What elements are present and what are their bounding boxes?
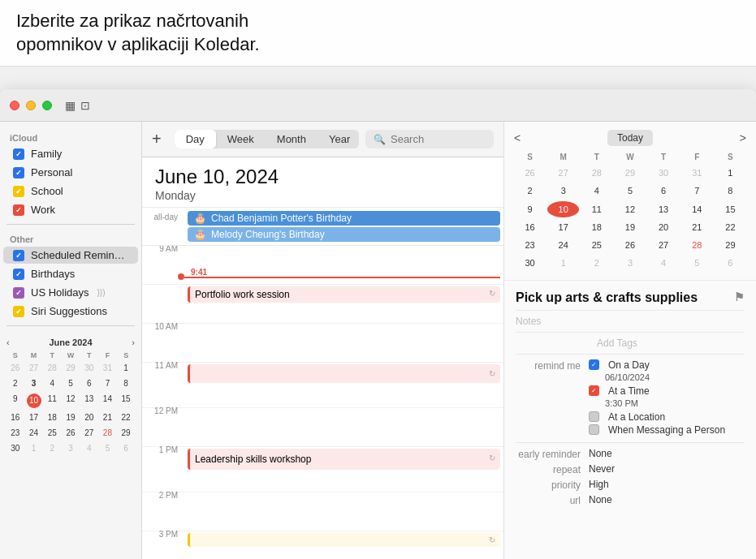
mini-cal-day[interactable]: 25 (43, 426, 61, 441)
search-input[interactable] (391, 133, 486, 145)
right-cal-day[interactable]: 30 (648, 165, 680, 181)
right-cal-day[interactable]: 6 (715, 255, 746, 271)
sidebar-item-personal[interactable]: ✓ Personal (3, 164, 138, 181)
scheduled-checkbox[interactable]: ✓ (13, 250, 24, 261)
sidebar-item-usholidays[interactable]: ✓ US Holidays ))) (3, 284, 138, 301)
mini-cal-day[interactable]: 30 (6, 441, 24, 456)
right-cal-day[interactable]: 5 (681, 255, 713, 271)
view-month-button[interactable]: Month (266, 130, 318, 148)
mini-cal-day[interactable]: 13 (80, 392, 98, 410)
maximize-button[interactable] (42, 101, 52, 110)
mini-cal-day[interactable]: 11 (43, 392, 61, 410)
flag-icon[interactable]: ⚑ (734, 290, 745, 303)
calendar-icon[interactable]: ▦ (65, 99, 76, 112)
add-event-button[interactable]: + (152, 130, 162, 148)
at-a-time-checkbox[interactable]: ✓ (589, 385, 599, 396)
repeat-value[interactable]: Never (589, 463, 745, 475)
mini-cal-day[interactable]: 16 (6, 411, 24, 425)
sidebar-item-family[interactable]: ✓ Family (3, 145, 138, 162)
right-cal-day[interactable]: 31 (681, 165, 713, 181)
when-messaging-checkbox[interactable] (589, 424, 599, 435)
mini-cal-next[interactable]: › (132, 338, 135, 347)
mini-cal-day[interactable]: 4 (80, 441, 98, 456)
right-cal-day[interactable]: 6 (648, 183, 680, 199)
right-cal-day[interactable]: 1 (547, 255, 579, 271)
mini-cal-day[interactable]: 1 (25, 441, 43, 456)
on-a-day-checkbox[interactable]: ✓ (589, 359, 599, 370)
calendar-event-leadership[interactable]: ↻ (188, 364, 500, 383)
early-reminder-value[interactable]: None (589, 448, 745, 459)
right-cal-day[interactable]: 30 (514, 255, 546, 271)
sidebar-item-school[interactable]: ✓ School (3, 183, 138, 200)
priority-value[interactable]: High (589, 479, 745, 490)
right-cal-day[interactable]: 14 (681, 201, 713, 217)
right-cal-day[interactable]: 7 (681, 183, 713, 199)
right-cal-day[interactable]: 26 (614, 237, 646, 253)
sidebar-item-siri[interactable]: ✓ Siri Suggestions (3, 303, 138, 320)
inbox-icon[interactable]: ⊡ (80, 99, 90, 112)
right-cal-day[interactable]: 19 (614, 219, 646, 235)
mini-cal-day[interactable]: 26 (6, 361, 24, 376)
school-checkbox[interactable]: ✓ (13, 186, 24, 197)
work-checkbox[interactable]: ✓ (13, 204, 24, 216)
right-cal-day[interactable]: 3 (547, 183, 579, 199)
right-cal-day[interactable]: 18 (581, 219, 612, 235)
mini-cal-day[interactable]: 5 (99, 441, 117, 456)
minimize-button[interactable] (26, 101, 36, 110)
sidebar-item-birthdays[interactable]: ✓ Birthdays (3, 265, 138, 282)
right-cal-day[interactable]: 22 (715, 219, 746, 235)
right-cal-day[interactable]: 16 (514, 219, 546, 235)
mini-cal-day[interactable]: 26 (62, 426, 80, 441)
birthdays-checkbox[interactable]: ✓ (13, 269, 24, 280)
right-cal-day[interactable]: 1 (715, 165, 746, 181)
usholidays-checkbox[interactable]: ✓ (13, 287, 24, 299)
mini-cal-day[interactable]: 6 (80, 376, 98, 391)
at-a-location-checkbox[interactable] (589, 411, 599, 422)
right-cal-day[interactable]: 3 (614, 255, 646, 271)
right-cal-day[interactable]: 20 (648, 219, 680, 235)
sidebar-item-work[interactable]: ✓ Work (3, 201, 138, 218)
mini-cal-day[interactable]: 27 (80, 426, 98, 441)
mini-cal-day[interactable]: 2 (43, 441, 61, 456)
mini-cal-day[interactable]: 27 (25, 361, 43, 376)
right-cal-day[interactable]: 13 (648, 201, 680, 217)
right-cal-day[interactable]: 29 (614, 165, 646, 181)
right-cal-day[interactable]: 26 (514, 165, 546, 181)
all-day-event-0[interactable]: 🎂 Chad Benjamin Potter's Birthday (188, 211, 500, 226)
right-cal-day[interactable]: 15 (715, 201, 746, 217)
mini-cal-day[interactable]: 30 (80, 361, 98, 376)
view-day-button[interactable]: Day (175, 130, 216, 148)
search-box[interactable]: 🔍 (365, 130, 494, 148)
right-cal-day[interactable]: 2 (514, 183, 546, 199)
mini-cal-day[interactable]: 31 (99, 361, 117, 376)
view-year-button[interactable]: Year (318, 130, 359, 148)
right-cal-day[interactable]: 28 (581, 165, 612, 181)
right-cal-next[interactable]: > (740, 131, 746, 144)
today-button[interactable]: Today (607, 130, 653, 146)
mini-cal-day[interactable]: 28 (43, 361, 61, 376)
mini-cal-day[interactable]: 9 (6, 392, 24, 410)
right-cal-day[interactable]: 12 (614, 201, 646, 217)
right-cal-day[interactable]: 27 (547, 165, 579, 181)
sidebar-item-scheduled[interactable]: ✓ Scheduled Remin… (3, 247, 138, 264)
mini-cal-day[interactable]: 29 (117, 426, 135, 441)
mini-cal-day[interactable]: 6 (117, 441, 135, 456)
mini-cal-day[interactable]: 20 (80, 411, 98, 425)
mini-cal-day[interactable]: 8 (117, 376, 135, 391)
right-cal-day[interactable]: 17 (547, 219, 579, 235)
mini-cal-day[interactable]: 23 (6, 426, 24, 441)
right-cal-prev[interactable]: < (514, 131, 521, 144)
mini-cal-day[interactable]: 1 (117, 361, 135, 376)
notes-placeholder[interactable]: Notes (516, 316, 745, 327)
mini-cal-day[interactable]: 29 (62, 361, 80, 376)
mini-cal-day[interactable]: 15 (117, 392, 135, 410)
right-cal-day[interactable]: 8 (715, 183, 746, 199)
right-cal-day[interactable]: 11 (581, 201, 612, 217)
add-tags-placeholder[interactable]: Add Tags (597, 338, 745, 349)
mini-cal-day[interactable]: 7 (99, 376, 117, 391)
mini-cal-day[interactable]: 19 (62, 411, 80, 425)
siri-checkbox[interactable]: ✓ (13, 306, 24, 317)
right-cal-day[interactable]: 25 (581, 237, 612, 253)
right-cal-day[interactable]: 23 (514, 237, 546, 253)
url-value[interactable]: None (589, 494, 745, 505)
